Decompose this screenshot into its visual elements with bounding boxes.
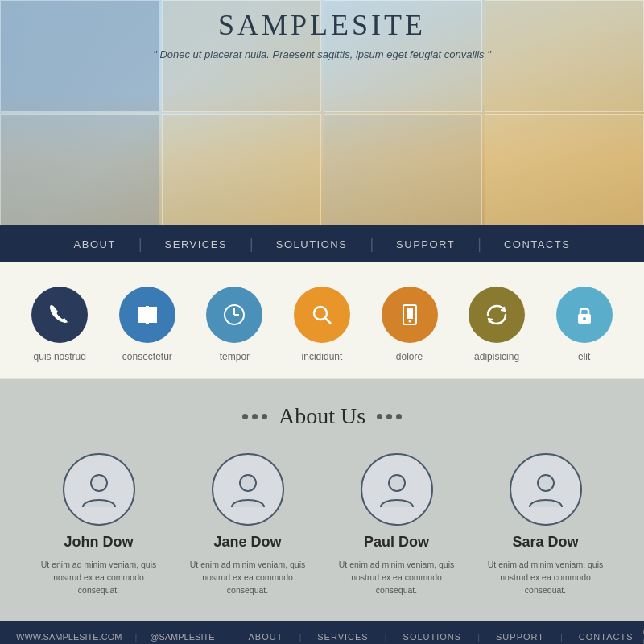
team-member-paul: Paul Dow Ut enim ad minim veniam, quis n… [330,453,463,597]
svg-point-10 [583,317,586,320]
icon-item-search: incididunt [294,287,350,362]
about-title: About Us [279,403,365,429]
clock-icon-circle[interactable] [206,287,262,343]
svg-rect-7 [407,308,413,319]
footer-separator: | [560,632,563,642]
svg-point-11 [91,475,107,491]
footer-separator: | [134,632,137,642]
about-title-row: About Us [32,403,612,429]
footer-separator: | [385,632,387,642]
footer-branding: WWW.SAMPLESITE.COM | @SAMPLESITE [16,632,215,642]
search-icon-label: incididunt [302,351,343,362]
hero-cell [162,114,321,226]
member-desc-jane: Ut enim ad minim veniam, quis nostrud ex… [181,559,314,597]
refresh-icon [484,302,510,328]
member-name-jane: Jane Dow [213,534,281,551]
icon-item-book: consectetur [119,287,175,362]
avatar-jane [212,453,284,526]
avatar-paul [361,453,433,526]
book-icon [134,302,160,328]
search-icon-circle[interactable] [294,287,350,343]
footer-separator: | [299,632,301,642]
footer-nav-services[interactable]: SERVICES [308,632,378,642]
dot [386,414,392,419]
icon-item-refresh: adipisicing [469,287,525,362]
phone-icon-circle[interactable] [31,287,88,343]
refresh-icon-label: adipisicing [474,351,519,362]
team-member-john: John Dow Ut enim ad minim veniam, quis n… [32,453,165,597]
nav-solutions[interactable]: SOLUTIONS [254,225,370,262]
dot [252,414,258,419]
member-name-paul: Paul Dow [364,534,429,551]
mobile-icon-circle[interactable] [382,287,438,343]
team-grid: John Dow Ut enim ad minim veniam, quis n… [32,453,612,597]
book-icon-label: consectetur [122,351,172,362]
footer: WWW.SAMPLESITE.COM | @SAMPLESITE ABOUT |… [0,621,644,644]
svg-point-4 [314,307,327,320]
member-desc-john: Ut enim ad minim veniam, quis nostrud ex… [32,559,165,597]
person-icon [522,465,570,514]
team-member-sara: Sara Dow Ut enim ad minim veniam, quis n… [479,453,612,597]
about-section: About Us John Dow Ut enim ad minim venia… [0,379,644,621]
footer-nav: ABOUT | SERVICES | SOLUTIONS | SUPPORT |… [239,632,643,642]
member-name-sara: Sara Dow [512,534,578,551]
main-nav: ABOUT | SERVICES | SOLUTIONS | SUPPORT |… [0,225,644,262]
icons-section: quis nostrud consectetur tempor inc [0,262,644,379]
phone-icon [47,302,72,328]
hero-section: SAMPLESITE " Donec ut placerat nulla. Pr… [0,0,644,225]
svg-point-13 [389,475,405,491]
dot [242,414,248,419]
lock-icon [572,302,597,328]
nav-about[interactable]: ABOUT [52,225,138,262]
icon-item-mobile: dolore [382,287,438,362]
icon-item-clock: tempor [206,287,262,362]
footer-separator: | [477,632,480,642]
clock-icon-label: tempor [220,351,250,362]
svg-point-8 [408,320,411,323]
dot [396,414,402,419]
svg-rect-0 [146,306,149,324]
nav-support[interactable]: SUPPORT [374,225,477,262]
footer-nav-support[interactable]: SUPPORT [486,632,554,642]
team-member-jane: Jane Dow Ut enim ad minim veniam, quis n… [181,453,314,597]
dot [262,414,267,419]
footer-website: WWW.SAMPLESITE.COM [16,632,122,642]
mobile-icon [397,302,423,328]
dot [377,414,382,419]
member-name-john: John Dow [64,534,134,551]
nav-services[interactable]: SERVICES [142,225,250,262]
refresh-icon-circle[interactable] [469,287,525,343]
dots-right [377,414,402,419]
person-icon [373,465,421,514]
hero-cell [0,114,159,226]
avatar-john [63,453,135,526]
mobile-icon-label: dolore [396,351,423,362]
lock-icon-label: elit [578,351,590,362]
svg-point-14 [538,475,554,491]
book-icon-circle[interactable] [119,287,175,343]
site-title: SAMPLESITE [0,8,644,42]
person-icon [224,465,272,514]
phone-icon-label: quis nostrud [34,351,86,362]
icon-item-phone: quis nostrud [31,287,88,362]
member-desc-paul: Ut enim ad minim veniam, quis nostrud ex… [330,559,463,597]
hero-cell [324,114,483,226]
footer-nav-about[interactable]: ABOUT [239,632,293,642]
svg-line-5 [325,318,331,324]
nav-contacts[interactable]: CONTACTS [481,225,593,262]
footer-nav-solutions[interactable]: SOLUTIONS [394,632,472,642]
svg-point-12 [240,475,256,491]
icon-item-lock: elit [556,287,613,362]
hero-subtitle: " Donec ut placerat nulla. Praesent sagi… [0,48,644,60]
hero-text-block: SAMPLESITE " Donec ut placerat nulla. Pr… [0,8,644,60]
dots-left [242,414,267,419]
person-icon [75,465,123,514]
footer-social: @SAMPLESITE [150,632,214,642]
member-desc-sara: Ut enim ad minim veniam, quis nostrud ex… [479,559,612,597]
search-icon [309,302,335,328]
hero-cell [485,114,644,226]
avatar-sara [510,453,582,526]
footer-nav-contacts[interactable]: CONTACTS [569,632,643,642]
clock-icon [221,302,247,328]
lock-icon-circle[interactable] [556,287,613,343]
